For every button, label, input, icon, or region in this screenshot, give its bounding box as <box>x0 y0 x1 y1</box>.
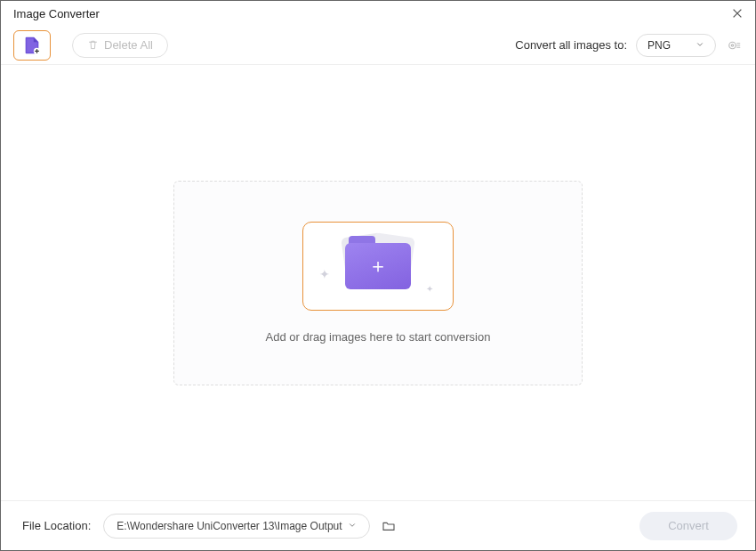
convert-button-label: Convert <box>668 519 709 532</box>
chevron-down-icon <box>696 39 704 52</box>
delete-all-button[interactable]: Delete All <box>72 33 168 58</box>
output-format-value: PNG <box>647 39 671 52</box>
main-area: ✦ ✦ ＋ Add or drag images here to start c… <box>1 65 755 500</box>
titlebar: Image Converter <box>1 1 755 26</box>
sparkle-icon: ✦ <box>319 267 330 281</box>
output-settings-button[interactable] <box>725 36 743 54</box>
output-format-select[interactable]: PNG <box>636 34 716 57</box>
close-icon <box>731 7 744 20</box>
file-location-value: E:\Wondershare UniConverter 13\Image Out… <box>117 520 342 532</box>
delete-all-label: Delete All <box>104 38 153 52</box>
file-location-select[interactable]: E:\Wondershare UniConverter 13\Image Out… <box>103 514 370 539</box>
sparkle-icon: ✦ <box>426 284 433 294</box>
svg-point-1 <box>729 42 736 49</box>
add-files-button[interactable] <box>13 30 51 61</box>
app-window: Image Converter Delete All Convert all i… <box>0 0 756 551</box>
window-title: Image Converter <box>13 7 100 20</box>
add-file-icon <box>22 36 42 55</box>
trash-icon <box>87 39 99 51</box>
open-folder-button[interactable] <box>379 516 398 536</box>
dropzone-hint: Add or drag images here to start convers… <box>266 330 491 344</box>
footer: File Location: E:\Wondershare UniConvert… <box>1 500 755 550</box>
chevron-down-icon <box>348 520 357 532</box>
folder-plus-icon: ＋ <box>345 243 411 289</box>
convert-button[interactable]: Convert <box>639 512 737 540</box>
file-location-label: File Location: <box>22 519 91 532</box>
folder-icon <box>382 519 396 533</box>
dropzone[interactable]: ✦ ✦ ＋ Add or drag images here to start c… <box>173 181 583 385</box>
close-button[interactable] <box>730 6 744 20</box>
svg-point-2 <box>731 44 733 45</box>
toolbar: Delete All Convert all images to: PNG <box>1 26 755 65</box>
convert-to-label: Convert all images to: <box>515 38 627 52</box>
add-images-illustration-button[interactable]: ✦ ✦ ＋ <box>302 222 454 311</box>
gear-icon <box>726 37 742 53</box>
